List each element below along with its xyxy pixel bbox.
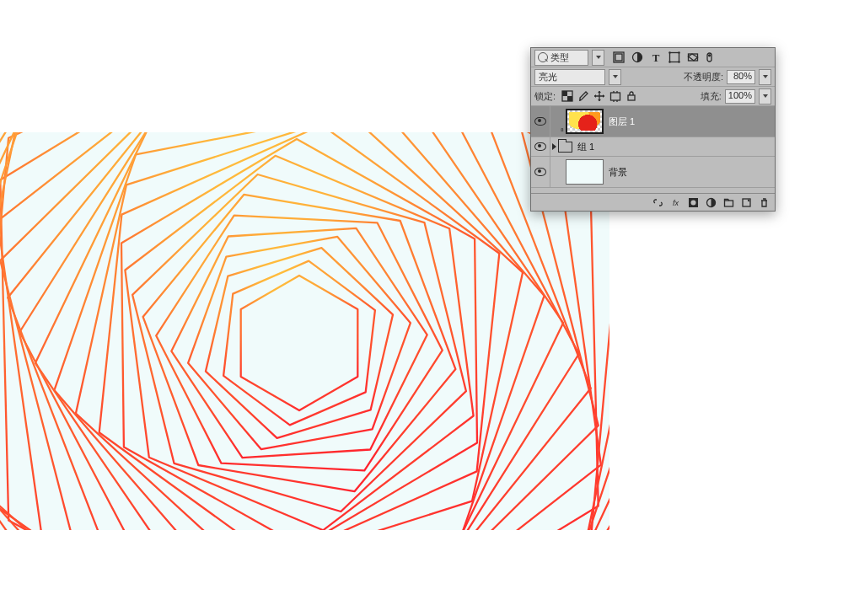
svg-marker-1 [223,261,375,426]
group-twisty-icon[interactable] [552,143,556,150]
svg-marker-8 [125,156,473,530]
lock-pixels-icon[interactable] [577,90,589,102]
filter-type-label: 类型 [550,51,569,64]
new-layer-icon[interactable] [741,197,752,208]
fill-value[interactable]: 100% [725,89,755,104]
svg-point-31 [668,51,670,53]
svg-marker-16 [0,132,598,530]
svg-text:T: T [652,51,660,63]
svg-rect-30 [670,53,679,62]
panel-blend-row: 亮光 不透明度: 80% [531,67,775,87]
svg-marker-11 [76,132,523,530]
svg-rect-42 [628,95,635,100]
lock-transparency-icon[interactable] [561,90,573,102]
delete-layer-icon[interactable] [759,197,770,208]
thumbnail-indicator: ₈ [561,125,564,133]
svg-rect-47 [725,201,733,206]
svg-point-45 [691,200,696,205]
visibility-toggle[interactable] [531,157,550,187]
lock-artboard-icon[interactable] [609,90,621,102]
lock-position-icon[interactable] [593,90,605,102]
folder-icon [558,142,572,153]
layer-item-selected[interactable]: ₈ 图层 1 [531,106,775,137]
eye-icon [534,168,546,176]
lock-icons [561,90,637,102]
layer-name-label[interactable]: 背景 [609,166,627,179]
type-filter-icon[interactable]: T [650,51,662,63]
blend-mode-value: 亮光 [539,71,557,83]
filter-icons: T [613,51,717,63]
svg-marker-17 [0,132,601,530]
svg-marker-12 [54,132,544,530]
adjustment-layer-icon[interactable] [706,197,717,208]
fill-dropdown[interactable] [759,88,771,104]
fx-icon[interactable]: fx [670,197,681,208]
layer-name-label[interactable]: 组 1 [577,141,594,153]
opacity-dropdown[interactable] [759,69,771,85]
opacity-value[interactable]: 80% [727,70,755,84]
layer-group-item[interactable]: 组 1 [531,137,775,157]
filter-type-dropdown[interactable] [592,50,604,66]
svg-text:fx: fx [673,199,679,207]
layers-panel: 类型 T 亮光 [530,47,776,212]
eye-icon [534,117,546,126]
layer-background-item[interactable]: 背景 [531,157,775,188]
blend-mode-dropdown[interactable] [609,69,621,85]
link-layers-icon[interactable] [652,197,663,208]
adjustment-filter-icon[interactable] [631,51,643,63]
svg-marker-15 [8,132,591,530]
filter-type-combo[interactable]: 类型 [534,50,588,66]
new-group-icon[interactable] [723,197,734,208]
fill-label: 填充: [701,90,722,103]
svg-rect-40 [567,96,572,101]
smartobject-filter-icon[interactable] [687,51,699,63]
add-mask-icon[interactable] [688,197,699,208]
pixel-filter-icon[interactable] [613,51,625,63]
layer-list: ₈ 图层 1 组 1 背景 [531,106,775,193]
panel-lock-row: 锁定: 填充: 100% [531,87,775,106]
lock-all-icon[interactable] [626,90,637,102]
filter-toggle-icon[interactable] [706,51,717,63]
panel-footer: fx [531,193,775,211]
svg-marker-0 [241,276,358,410]
svg-rect-48 [743,199,750,206]
svg-rect-27 [615,54,622,61]
layer-thumbnail[interactable]: ₈ [566,109,604,134]
shape-filter-icon[interactable] [668,51,680,63]
layer-thumbnail[interactable] [566,159,604,185]
svg-point-33 [668,61,670,62]
svg-marker-18 [0,132,598,530]
search-icon [538,52,548,62]
lock-label: 锁定: [534,90,556,103]
svg-point-32 [678,51,679,53]
eye-icon [534,142,546,151]
svg-rect-41 [611,93,620,100]
document-canvas[interactable] [0,132,609,530]
svg-point-34 [678,61,679,62]
svg-rect-39 [562,91,567,96]
svg-marker-3 [188,237,411,449]
blend-mode-combo[interactable]: 亮光 [534,69,605,85]
artwork-hexagon-spiral [0,132,609,530]
opacity-label: 不透明度: [684,71,723,83]
svg-marker-14 [19,132,578,530]
layer-name-label[interactable]: 图层 1 [609,115,635,128]
visibility-toggle[interactable] [531,137,550,156]
panel-filter-row: 类型 T [531,48,775,67]
svg-point-37 [708,54,711,56]
visibility-toggle[interactable] [531,106,550,137]
svg-marker-7 [132,174,466,512]
svg-marker-4 [171,228,427,458]
